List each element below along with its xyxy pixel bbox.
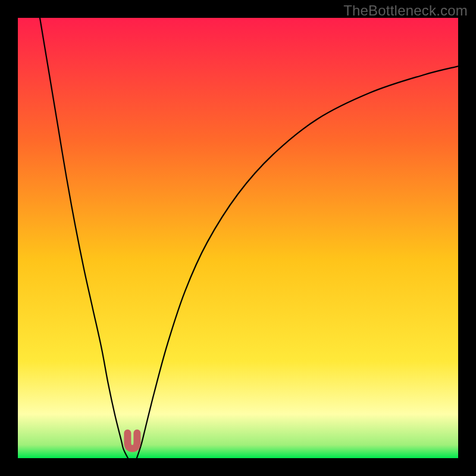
- plot-gradient-background: [18, 18, 458, 458]
- watermark-text: TheBottleneck.com: [343, 2, 468, 19]
- bottleneck-chart: [0, 0, 476, 476]
